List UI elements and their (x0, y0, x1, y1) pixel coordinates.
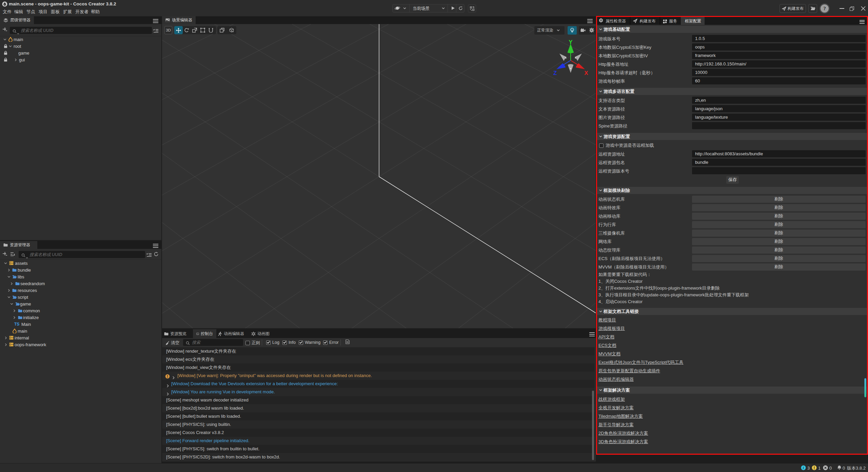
svg-text:Y: Y (569, 40, 573, 45)
svg-text:Z: Z (553, 70, 557, 76)
svg-text:i: i (803, 466, 804, 470)
svg-text:X: X (584, 70, 588, 76)
